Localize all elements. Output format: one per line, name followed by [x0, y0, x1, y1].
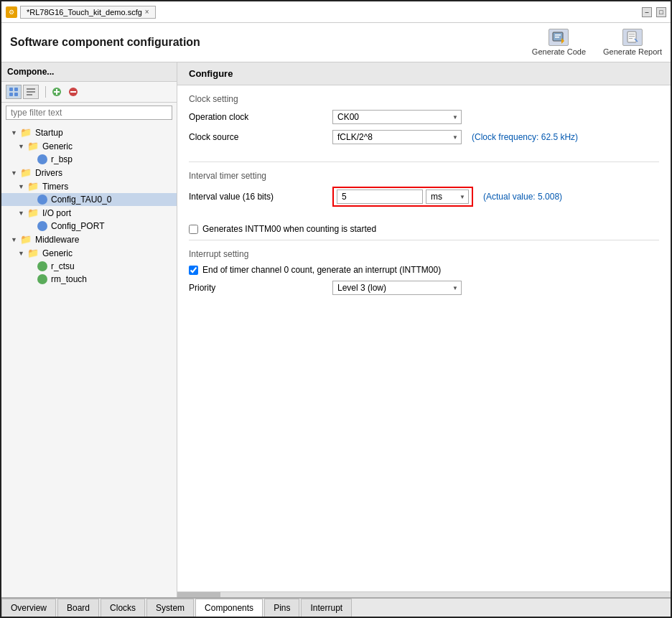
- clock-source-row: Clock source fCLK/2^8 fCLK/2^9 (Clock fr…: [189, 130, 659, 144]
- tree-label: Generic: [42, 248, 73, 258]
- tab-list-icon[interactable]: [23, 85, 39, 99]
- tree-item-drivers[interactable]: ▼ 📁 Drivers: [1, 166, 177, 179]
- panel-header: Compone...: [1, 62, 177, 82]
- horizontal-scrollbar[interactable]: [177, 591, 671, 597]
- operation-clock-select-wrap: CK00 CK01: [332, 110, 462, 124]
- svg-rect-11: [14, 93, 18, 96]
- tree-item-timers[interactable]: ▼ 📁 Timers: [1, 179, 177, 193]
- tree-item-io-port[interactable]: ▼ 📁 I/O port: [1, 206, 177, 220]
- actual-value-note: (Actual value: 5.008): [483, 192, 562, 202]
- maximize-button[interactable]: □: [656, 7, 666, 17]
- tab-system[interactable]: System: [146, 599, 194, 617]
- tree-label: Startup: [35, 128, 63, 138]
- file-icon: [37, 195, 47, 205]
- interval-value-row: Interval value (16 bits) ms us (Actual v…: [189, 187, 659, 207]
- generate-report-icon: [622, 29, 643, 46]
- tree-label: Config_PORT: [51, 221, 104, 231]
- generates-inttm00-label: Generates INTTM00 when counting is start…: [202, 224, 376, 234]
- tab-board[interactable]: Board: [57, 599, 99, 617]
- svg-rect-17: [54, 91, 60, 93]
- filter-input[interactable]: [6, 106, 172, 120]
- priority-row: Priority Level 3 (low) Level 2 Level 1 L…: [189, 281, 659, 295]
- tree-label: I/O port: [42, 208, 71, 218]
- operation-clock-select[interactable]: CK00 CK01: [332, 110, 462, 124]
- header-actions: Generate Code Generate Report: [532, 29, 662, 56]
- interrupt-enable-label: End of timer channel 0 count, generate a…: [202, 265, 441, 275]
- chevron-icon: ▼: [11, 236, 18, 243]
- generate-report-label: Generate Report: [603, 47, 662, 56]
- svg-rect-5: [629, 34, 635, 34]
- folder-icon: 📁: [20, 167, 32, 178]
- clock-source-select-wrap: fCLK/2^8 fCLK/2^9: [332, 130, 462, 144]
- tree-label: Drivers: [35, 168, 62, 178]
- folder-icon: 📁: [27, 141, 39, 151]
- add-component-button[interactable]: [50, 85, 64, 99]
- interval-value-input[interactable]: [337, 189, 423, 204]
- remove-component-button[interactable]: [66, 85, 80, 99]
- tab-components[interactable]: Components: [195, 599, 263, 617]
- chevron-icon: ▼: [18, 250, 25, 257]
- svg-rect-12: [27, 88, 35, 90]
- tree-item-generic1[interactable]: ▼ 📁 Generic: [1, 139, 177, 153]
- unit-select[interactable]: ms us: [426, 189, 469, 204]
- clock-frequency-note: (Clock frequency: 62.5 kHz): [472, 132, 578, 142]
- section-divider-2: [189, 240, 659, 240]
- minimize-button[interactable]: –: [642, 7, 652, 17]
- chevron-icon: ▼: [18, 210, 25, 217]
- interrupt-enable-checkbox[interactable]: [189, 266, 198, 275]
- tree-item-middleware[interactable]: ▼ 📁 Middleware: [1, 233, 177, 246]
- priority-control: Level 3 (low) Level 2 Level 1 Level 0 (h…: [332, 281, 462, 295]
- folder-icon: 📁: [27, 181, 39, 192]
- tab-pins[interactable]: Pins: [264, 599, 299, 617]
- priority-select[interactable]: Level 3 (low) Level 2 Level 1 Level 0 (h…: [332, 281, 462, 295]
- title-bar: ⚙ *RL78G16_Touch_kit_demo.scfg × – □: [1, 1, 671, 23]
- svg-rect-6: [629, 36, 635, 37]
- operation-clock-label: Operation clock: [189, 112, 332, 122]
- tab-close-icon[interactable]: ×: [145, 8, 149, 16]
- scrollbar-thumb[interactable]: [177, 592, 220, 597]
- tree-item-config-tau0-0[interactable]: ▶ Config_TAU0_0: [1, 193, 177, 206]
- clock-setting-title: Clock setting: [189, 94, 659, 104]
- tab-clocks[interactable]: Clocks: [101, 599, 145, 617]
- right-panel: Configure Clock setting Operation clock …: [177, 62, 671, 597]
- unit-select-wrap: ms us: [426, 189, 469, 204]
- svg-rect-19: [70, 91, 76, 93]
- svg-rect-4: [627, 32, 636, 42]
- generate-code-label: Generate Code: [532, 47, 586, 56]
- interval-value-label: Interval value (16 bits): [189, 192, 332, 202]
- tree-item-rm-touch[interactable]: ▶ rm_touch: [1, 273, 177, 286]
- tab-interrupt[interactable]: Interrupt: [301, 599, 352, 617]
- clock-source-label: Clock source: [189, 132, 332, 142]
- chevron-icon: ▼: [18, 143, 25, 150]
- svg-rect-10: [9, 93, 13, 96]
- svg-rect-1: [555, 34, 561, 36]
- operation-clock-row: Operation clock CK00 CK01: [189, 110, 659, 124]
- app-icon: ⚙: [6, 6, 17, 18]
- tab-overview[interactable]: Overview: [1, 599, 56, 617]
- file-icon: [37, 221, 47, 231]
- interval-value-control: ms us (Actual value: 5.008): [332, 187, 562, 207]
- tab-components-icon[interactable]: [6, 85, 22, 99]
- window-controls: – □: [642, 7, 666, 17]
- chevron-icon: ▼: [11, 169, 18, 177]
- tree-item-config-port[interactable]: ▶ Config_PORT: [1, 220, 177, 233]
- spacer: [177, 306, 671, 591]
- tree-label: r_ctsu: [51, 261, 75, 271]
- chevron-icon: ▼: [11, 129, 18, 136]
- svg-rect-13: [27, 91, 35, 93]
- generate-code-button[interactable]: Generate Code: [532, 29, 586, 56]
- generate-report-button[interactable]: Generate Report: [603, 29, 662, 56]
- svg-rect-8: [9, 88, 13, 91]
- panel-toolbar: [1, 82, 177, 103]
- title-tab[interactable]: *RL78G16_Touch_kit_demo.scfg ×: [20, 6, 156, 19]
- tree-item-startup[interactable]: ▼ 📁 Startup: [1, 126, 177, 139]
- tree-item-generic2[interactable]: ▼ 📁 Generic: [1, 246, 177, 260]
- tree-item-r-bsp[interactable]: ▶ r_bsp: [1, 153, 177, 166]
- tree-label: Middleware: [35, 235, 79, 245]
- generates-inttm00-row: Generates INTTM00 when counting is start…: [177, 221, 671, 237]
- generates-inttm00-checkbox[interactable]: [189, 225, 198, 234]
- clock-source-select[interactable]: fCLK/2^8 fCLK/2^9: [332, 130, 462, 144]
- main-area: Compone...: [1, 62, 671, 597]
- tree-label: r_bsp: [51, 154, 73, 164]
- tree-item-r-ctsu[interactable]: ▶ r_ctsu: [1, 260, 177, 273]
